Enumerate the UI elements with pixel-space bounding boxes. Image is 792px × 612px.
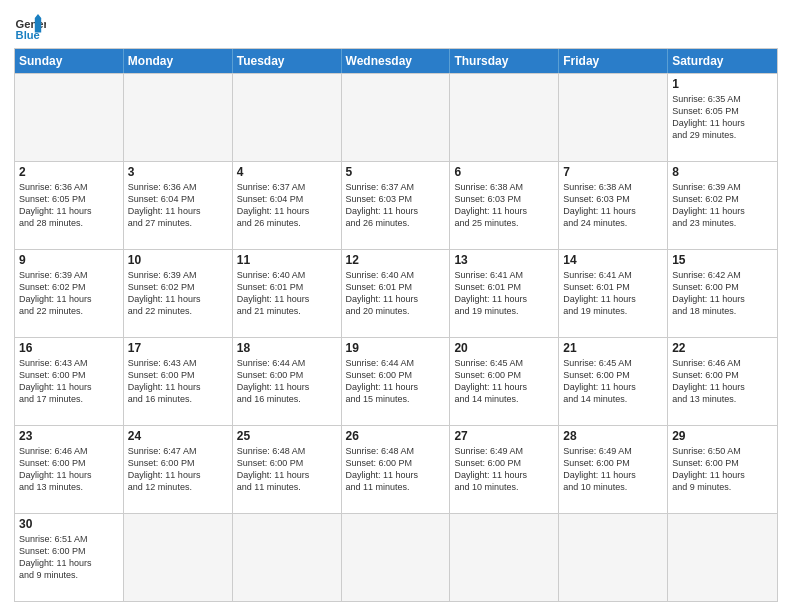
- cell-info: Sunrise: 6:40 AM Sunset: 6:01 PM Dayligh…: [346, 269, 446, 318]
- cal-week-row: 23Sunrise: 6:46 AM Sunset: 6:00 PM Dayli…: [15, 425, 777, 513]
- cell-info: Sunrise: 6:43 AM Sunset: 6:00 PM Dayligh…: [128, 357, 228, 406]
- cell-info: Sunrise: 6:46 AM Sunset: 6:00 PM Dayligh…: [672, 357, 773, 406]
- calendar-header-row: SundayMondayTuesdayWednesdayThursdayFrid…: [15, 49, 777, 73]
- cal-cell: 26Sunrise: 6:48 AM Sunset: 6:00 PM Dayli…: [342, 426, 451, 513]
- cal-cell: 20Sunrise: 6:45 AM Sunset: 6:00 PM Dayli…: [450, 338, 559, 425]
- cal-header-cell: Sunday: [15, 49, 124, 73]
- svg-text:General: General: [16, 18, 46, 30]
- cell-date: 26: [346, 429, 446, 443]
- cell-info: Sunrise: 6:36 AM Sunset: 6:05 PM Dayligh…: [19, 181, 119, 230]
- cell-date: 7: [563, 165, 663, 179]
- cal-cell: 9Sunrise: 6:39 AM Sunset: 6:02 PM Daylig…: [15, 250, 124, 337]
- cal-cell: [15, 74, 124, 161]
- logo-icon: General Blue: [14, 10, 46, 42]
- header: General Blue: [14, 10, 778, 42]
- cal-cell: [124, 74, 233, 161]
- cal-week-row: 16Sunrise: 6:43 AM Sunset: 6:00 PM Dayli…: [15, 337, 777, 425]
- cell-info: Sunrise: 6:46 AM Sunset: 6:00 PM Dayligh…: [19, 445, 119, 494]
- cal-week-row: 9Sunrise: 6:39 AM Sunset: 6:02 PM Daylig…: [15, 249, 777, 337]
- cal-cell: [233, 514, 342, 601]
- cell-info: Sunrise: 6:38 AM Sunset: 6:03 PM Dayligh…: [563, 181, 663, 230]
- cell-date: 30: [19, 517, 119, 531]
- cal-cell: 1Sunrise: 6:35 AM Sunset: 6:05 PM Daylig…: [668, 74, 777, 161]
- cal-cell: 30Sunrise: 6:51 AM Sunset: 6:00 PM Dayli…: [15, 514, 124, 601]
- cal-week-row: 2Sunrise: 6:36 AM Sunset: 6:05 PM Daylig…: [15, 161, 777, 249]
- cell-info: Sunrise: 6:49 AM Sunset: 6:00 PM Dayligh…: [563, 445, 663, 494]
- cell-date: 1: [672, 77, 773, 91]
- calendar: SundayMondayTuesdayWednesdayThursdayFrid…: [14, 48, 778, 602]
- cal-cell: 12Sunrise: 6:40 AM Sunset: 6:01 PM Dayli…: [342, 250, 451, 337]
- cell-date: 25: [237, 429, 337, 443]
- cal-cell: 6Sunrise: 6:38 AM Sunset: 6:03 PM Daylig…: [450, 162, 559, 249]
- cell-date: 12: [346, 253, 446, 267]
- cell-date: 3: [128, 165, 228, 179]
- cell-info: Sunrise: 6:49 AM Sunset: 6:00 PM Dayligh…: [454, 445, 554, 494]
- cell-date: 11: [237, 253, 337, 267]
- cal-cell: [450, 74, 559, 161]
- cell-info: Sunrise: 6:43 AM Sunset: 6:00 PM Dayligh…: [19, 357, 119, 406]
- cal-cell: 19Sunrise: 6:44 AM Sunset: 6:00 PM Dayli…: [342, 338, 451, 425]
- cal-cell: 18Sunrise: 6:44 AM Sunset: 6:00 PM Dayli…: [233, 338, 342, 425]
- page: General Blue SundayMondayTuesdayWednesda…: [0, 0, 792, 612]
- cal-cell: 14Sunrise: 6:41 AM Sunset: 6:01 PM Dayli…: [559, 250, 668, 337]
- calendar-body: 1Sunrise: 6:35 AM Sunset: 6:05 PM Daylig…: [15, 73, 777, 601]
- cal-cell: 4Sunrise: 6:37 AM Sunset: 6:04 PM Daylig…: [233, 162, 342, 249]
- cell-info: Sunrise: 6:48 AM Sunset: 6:00 PM Dayligh…: [346, 445, 446, 494]
- cell-info: Sunrise: 6:36 AM Sunset: 6:04 PM Dayligh…: [128, 181, 228, 230]
- cal-cell: [450, 514, 559, 601]
- cell-date: 8: [672, 165, 773, 179]
- cal-cell: 21Sunrise: 6:45 AM Sunset: 6:00 PM Dayli…: [559, 338, 668, 425]
- cell-date: 5: [346, 165, 446, 179]
- cell-info: Sunrise: 6:45 AM Sunset: 6:00 PM Dayligh…: [563, 357, 663, 406]
- cell-date: 6: [454, 165, 554, 179]
- cal-cell: [668, 514, 777, 601]
- logo: General Blue: [14, 10, 52, 42]
- cal-cell: [124, 514, 233, 601]
- cal-week-row: 1Sunrise: 6:35 AM Sunset: 6:05 PM Daylig…: [15, 73, 777, 161]
- cell-info: Sunrise: 6:37 AM Sunset: 6:03 PM Dayligh…: [346, 181, 446, 230]
- cell-date: 16: [19, 341, 119, 355]
- cal-cell: [559, 74, 668, 161]
- cell-date: 21: [563, 341, 663, 355]
- cal-cell: 16Sunrise: 6:43 AM Sunset: 6:00 PM Dayli…: [15, 338, 124, 425]
- cal-header-cell: Monday: [124, 49, 233, 73]
- cal-cell: 5Sunrise: 6:37 AM Sunset: 6:03 PM Daylig…: [342, 162, 451, 249]
- cell-info: Sunrise: 6:51 AM Sunset: 6:00 PM Dayligh…: [19, 533, 119, 582]
- cal-cell: 11Sunrise: 6:40 AM Sunset: 6:01 PM Dayli…: [233, 250, 342, 337]
- cal-header-cell: Saturday: [668, 49, 777, 73]
- cell-info: Sunrise: 6:50 AM Sunset: 6:00 PM Dayligh…: [672, 445, 773, 494]
- cal-cell: 3Sunrise: 6:36 AM Sunset: 6:04 PM Daylig…: [124, 162, 233, 249]
- cal-cell: 22Sunrise: 6:46 AM Sunset: 6:00 PM Dayli…: [668, 338, 777, 425]
- cell-date: 20: [454, 341, 554, 355]
- cell-date: 24: [128, 429, 228, 443]
- cal-header-cell: Thursday: [450, 49, 559, 73]
- cell-info: Sunrise: 6:44 AM Sunset: 6:00 PM Dayligh…: [346, 357, 446, 406]
- cell-date: 17: [128, 341, 228, 355]
- cal-header-cell: Friday: [559, 49, 668, 73]
- cal-cell: 7Sunrise: 6:38 AM Sunset: 6:03 PM Daylig…: [559, 162, 668, 249]
- cell-info: Sunrise: 6:39 AM Sunset: 6:02 PM Dayligh…: [128, 269, 228, 318]
- cell-info: Sunrise: 6:38 AM Sunset: 6:03 PM Dayligh…: [454, 181, 554, 230]
- cell-date: 23: [19, 429, 119, 443]
- cal-cell: 10Sunrise: 6:39 AM Sunset: 6:02 PM Dayli…: [124, 250, 233, 337]
- cal-cell: 23Sunrise: 6:46 AM Sunset: 6:00 PM Dayli…: [15, 426, 124, 513]
- cell-date: 10: [128, 253, 228, 267]
- cal-cell: [233, 74, 342, 161]
- cell-date: 15: [672, 253, 773, 267]
- cal-cell: 27Sunrise: 6:49 AM Sunset: 6:00 PM Dayli…: [450, 426, 559, 513]
- cell-date: 2: [19, 165, 119, 179]
- cell-info: Sunrise: 6:35 AM Sunset: 6:05 PM Dayligh…: [672, 93, 773, 142]
- cell-info: Sunrise: 6:41 AM Sunset: 6:01 PM Dayligh…: [454, 269, 554, 318]
- cal-cell: 29Sunrise: 6:50 AM Sunset: 6:00 PM Dayli…: [668, 426, 777, 513]
- cell-date: 9: [19, 253, 119, 267]
- cell-info: Sunrise: 6:47 AM Sunset: 6:00 PM Dayligh…: [128, 445, 228, 494]
- cal-cell: 15Sunrise: 6:42 AM Sunset: 6:00 PM Dayli…: [668, 250, 777, 337]
- cell-date: 4: [237, 165, 337, 179]
- cal-cell: 2Sunrise: 6:36 AM Sunset: 6:05 PM Daylig…: [15, 162, 124, 249]
- cell-date: 22: [672, 341, 773, 355]
- cell-info: Sunrise: 6:41 AM Sunset: 6:01 PM Dayligh…: [563, 269, 663, 318]
- cell-date: 29: [672, 429, 773, 443]
- cal-cell: 25Sunrise: 6:48 AM Sunset: 6:00 PM Dayli…: [233, 426, 342, 513]
- cell-info: Sunrise: 6:37 AM Sunset: 6:04 PM Dayligh…: [237, 181, 337, 230]
- cell-date: 28: [563, 429, 663, 443]
